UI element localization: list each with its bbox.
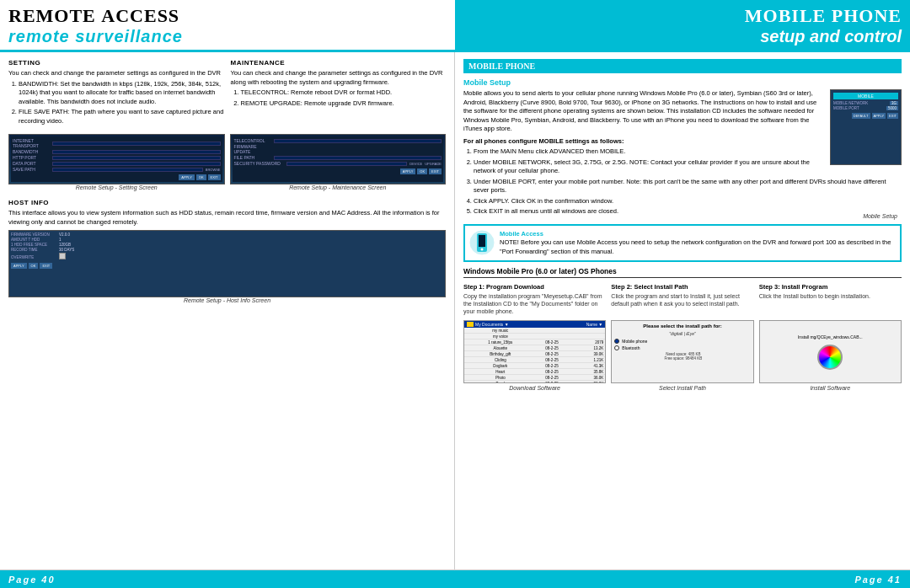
page-41: Page 41 [854, 575, 902, 585]
maintenance-item-1: TELECONTROL: Remote reboot DVR or format… [241, 88, 447, 98]
mobile-access-box: Mobile Access NOTE! Before you can use M… [463, 224, 902, 263]
mobile-phone-radio[interactable] [614, 339, 619, 344]
maintenance-section: MAINTENANCE You can check and change the… [231, 59, 447, 129]
setting-screens-row: INTERNET TRANSPORT BANDWIDTH HTTP PORT D… [8, 134, 446, 195]
step-2-text: Step 2: Select Install Path Click the pr… [611, 283, 753, 315]
left-top-section: SETTING You can check and change the par… [8, 59, 446, 129]
host-info-text: This interface allows you to view system… [8, 209, 446, 227]
setting-text: You can check and change the parameter s… [8, 69, 224, 126]
step-2-screen: Please select the install path for: "dig… [611, 320, 753, 391]
footer-left: Page 40 [0, 570, 455, 588]
header: REMOTE ACCESS remote surveillance MOBILE… [0, 0, 910, 52]
host-screen-caption: Remote Setup - Host Info Screen [8, 297, 446, 303]
step-screens-row: My Documents ▼ Name ▼ my music my voice … [463, 320, 902, 391]
steps-text-row: Step 1: Program Download Copy the instal… [463, 283, 902, 315]
color-wheel [817, 345, 843, 370]
mobile-setup-screen: MOBILE MOBILE NETWORK 3G MOBILE PORT 500… [830, 89, 902, 165]
right-panel: MOBILE PHONE Mobile Setup MOBILE MOBILE … [455, 52, 910, 569]
setting-screen-container: INTERNET TRANSPORT BANDWIDTH HTTP PORT D… [8, 134, 225, 195]
mobile-access-icon [469, 230, 495, 255]
footer: Page 40 Page 41 [0, 569, 910, 588]
main-content: SETTING You can check and change the par… [0, 52, 910, 569]
left-title: REMOTE ACCESS [8, 5, 447, 27]
mobile-access-text: Mobile Access NOTE! Before you can use M… [500, 230, 896, 257]
install-path-caption: Select Install Path [611, 385, 753, 391]
mobile-setup-section: Mobile Setup MOBILE MOBILE NETWORK 3G MO… [463, 78, 902, 219]
maintenance-screen: TELECONTROL FIRMWARE UPDATE FILE PATH SE… [230, 134, 447, 184]
host-info-screen: FIRMWARE VERSIONV2.0.0 AMOUNT T HDD1 1 H… [8, 230, 446, 297]
mobile-phone-header: MOBILE PHONE [463, 59, 902, 73]
host-info-section: HOST INFO This interface allows you to v… [8, 199, 446, 303]
step-3-text: Step 3: Install Program Click the Instal… [759, 283, 902, 315]
step-3-screen: Install mg/QCEye_windows.CAB... Install … [759, 320, 902, 391]
maintenance-text: You can check and change the parameter s… [231, 69, 447, 108]
left-panel: SETTING You can check and change the par… [0, 52, 455, 569]
install-sw-caption: Install Software [759, 385, 902, 391]
bluetooth-radio[interactable] [614, 345, 619, 350]
page-40: Page 40 [8, 575, 56, 585]
host-info-title: HOST INFO [8, 199, 446, 206]
download-caption: Download Software [463, 385, 606, 391]
mobile-step-4: Click APPLY. Click OK in the confirmatio… [474, 197, 902, 206]
download-screen: My Documents ▼ Name ▼ my music my voice … [463, 320, 606, 383]
step-1-screen: My Documents ▼ Name ▼ my music my voice … [463, 320, 606, 391]
setting-item-1: BANDWIDTH: Set the bandwidth in kbps (12… [19, 80, 224, 107]
setting-item-2: FILE SAVE PATH: The path where you want … [19, 108, 224, 126]
header-left: REMOTE ACCESS remote surveillance [0, 0, 455, 52]
footer-right: Page 41 [455, 570, 910, 588]
setting-screen: INTERNET TRANSPORT BANDWIDTH HTTP PORT D… [8, 134, 225, 184]
svg-rect-2 [479, 235, 485, 247]
svg-point-3 [481, 248, 484, 250]
right-subtitle: setup and control [463, 27, 902, 46]
step-1-text: Step 1: Program Download Copy the instal… [463, 283, 606, 315]
maintenance-item-2: REMOTE UPGRADE: Remote upgrade DVR firmw… [241, 99, 447, 109]
header-right: MOBILE PHONE setup and control [455, 0, 910, 52]
setting-section: SETTING You can check and change the par… [8, 59, 224, 129]
maintenance-title: MAINTENANCE [231, 59, 447, 67]
setting-screen-caption: Remote Setup - Setting Screen [8, 184, 225, 190]
install-sw-screen: Install mg/QCEye_windows.CAB... [759, 320, 902, 383]
install-path-screen: Please select the install path for: "dig… [611, 320, 753, 383]
right-title: MOBILE PHONE [463, 5, 902, 27]
maintenance-screen-container: TELECONTROL FIRMWARE UPDATE FILE PATH SE… [230, 134, 447, 195]
setting-title: SETTING [8, 59, 224, 67]
maintenance-screen-caption: Remote Setup - Maintenance Screen [230, 184, 447, 190]
left-subtitle: remote surveillance [8, 27, 447, 46]
windows-section-title: Windows Mobile Pro (6.0 or later) OS Pho… [463, 267, 902, 278]
mobile-step-3: Under MOBILE PORT, enter your mobile por… [474, 178, 902, 195]
mobile-setup-title: Mobile Setup [463, 78, 902, 87]
windows-section: Windows Mobile Pro (6.0 or later) OS Pho… [463, 267, 902, 391]
